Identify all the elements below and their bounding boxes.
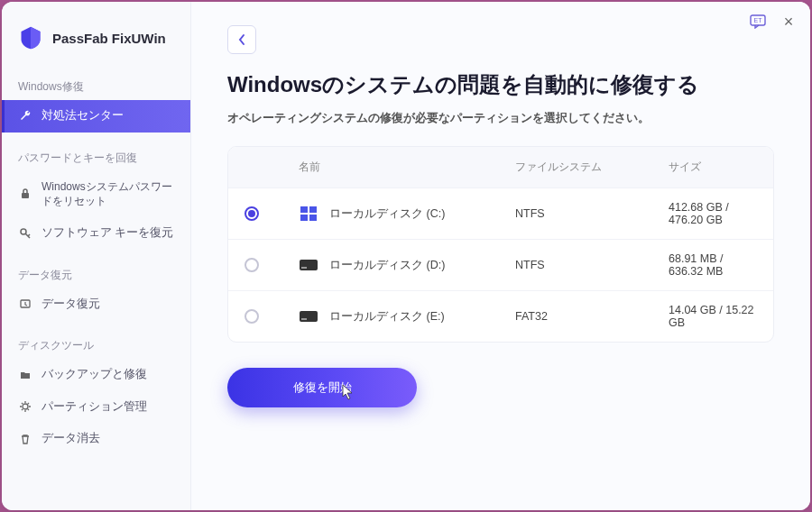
- col-fs: ファイルシステム: [515, 160, 669, 175]
- wrench-icon: [18, 109, 32, 123]
- nav-heading: Windows修復: [2, 70, 190, 100]
- radio-select[interactable]: [245, 206, 259, 221]
- table-row[interactable]: ローカルディスク (C:) NTFS 412.68 GB / 476.20 GB: [228, 187, 773, 239]
- start-repair-button[interactable]: 修復を開始: [227, 368, 417, 407]
- folder-icon: [18, 368, 32, 382]
- table-row[interactable]: ローカルディスク (D:) NTFS 68.91 MB / 636.32 MB: [228, 239, 773, 290]
- nav-section-password: パスワードとキーを回復 Windowsシステムパスワードをリセット ソフトウェア…: [2, 142, 190, 250]
- sidebar-item-backup[interactable]: バックアップと修復: [2, 359, 190, 391]
- drive-icon: [299, 308, 318, 325]
- back-button[interactable]: [227, 25, 256, 54]
- svg-point-5: [23, 404, 28, 409]
- page-subtitle: オペレーティングシステムの修復が必要なパーティションを選択してください。: [227, 110, 774, 126]
- nav-section-recovery: データ復元 データ復元: [2, 259, 190, 321]
- sidebar-item-solution-center[interactable]: 対処法センター: [2, 100, 190, 133]
- disk-size: 14.04 GB / 15.22 GB: [669, 304, 757, 329]
- cursor-icon: [341, 384, 354, 400]
- sidebar-item-reset-password[interactable]: Windowsシステムパスワードをリセット: [2, 171, 190, 218]
- drive-icon: [299, 257, 318, 273]
- sidebar-item-label: データ消去: [42, 431, 100, 447]
- radio-select[interactable]: [245, 258, 259, 272]
- sidebar-item-label: 対処法センター: [42, 108, 124, 124]
- nav-section-disk-tools: ディスクツール バックアップと修復 パーティション管理 データ消去: [2, 329, 190, 455]
- disk-fs: FAT32: [515, 310, 669, 323]
- close-button[interactable]: ×: [780, 13, 798, 31]
- lock-icon: [18, 187, 32, 201]
- sidebar-item-label: データ復元: [42, 297, 100, 313]
- sidebar-item-label: パーティション管理: [42, 399, 147, 416]
- titlebar-controls: ET ×: [749, 13, 798, 31]
- svg-rect-10: [300, 260, 318, 270]
- app-window: ET × PassFab FixUWin Windows修復 対処法センター パ…: [2, 2, 810, 510]
- svg-rect-2: [22, 193, 29, 198]
- col-name: 名前: [299, 160, 515, 175]
- logo-icon: [18, 25, 43, 50]
- page-title: Windowsのシステムの問題を自動的に修復する: [227, 70, 774, 99]
- nav-heading: パスワードとキーを回復: [2, 142, 190, 171]
- col-size: サイズ: [669, 160, 757, 175]
- sidebar-item-label: ソフトウェア キーを復元: [42, 225, 173, 242]
- chevron-left-icon: [237, 33, 246, 46]
- feedback-icon[interactable]: ET: [749, 13, 767, 31]
- svg-rect-6: [300, 206, 308, 213]
- nav-heading: データ復元: [2, 259, 190, 288]
- nav-section-repair: Windows修復 対処法センター: [2, 70, 190, 133]
- disk-fs: NTFS: [515, 259, 669, 271]
- trash-icon: [18, 432, 32, 446]
- disk-fs: NTFS: [515, 207, 669, 220]
- disk-size: 68.91 MB / 636.32 MB: [669, 252, 757, 278]
- disk-name: ローカルディスク (D:): [329, 258, 445, 273]
- app-logo: PassFab FixUWin: [2, 20, 190, 70]
- disk-name: ローカルディスク (E:): [329, 309, 445, 325]
- sidebar-item-label: バックアップと修復: [42, 367, 147, 383]
- disk-size: 412.68 GB / 476.20 GB: [669, 201, 757, 226]
- svg-rect-7: [309, 206, 317, 213]
- main-content: Windowsのシステムの問題を自動的に修復する オペレーティングシステムの修復…: [191, 2, 810, 510]
- sidebar-item-label: Windowsシステムパスワードをリセット: [42, 179, 174, 210]
- svg-text:ET: ET: [754, 17, 763, 23]
- partition-table: 名前 ファイルシステム サイズ ローカルディスク (C:) NTFS 412.6…: [227, 146, 774, 343]
- nav-heading: ディスクツール: [2, 329, 190, 359]
- sidebar-item-partition[interactable]: パーティション管理: [2, 391, 190, 424]
- disk-name: ローカルディスク (C:): [329, 206, 445, 222]
- key-icon: [18, 226, 32, 241]
- table-header: 名前 ファイルシステム サイズ: [228, 147, 773, 187]
- sidebar-item-recover-key[interactable]: ソフトウェア キーを復元: [2, 217, 190, 250]
- svg-rect-9: [309, 215, 317, 221]
- windows-icon: [299, 206, 318, 222]
- sidebar-item-wipe[interactable]: データ消去: [2, 423, 190, 455]
- gear-icon: [18, 399, 32, 414]
- svg-rect-11: [301, 267, 307, 269]
- table-row[interactable]: ローカルディスク (E:) FAT32 14.04 GB / 15.22 GB: [228, 290, 773, 342]
- svg-rect-13: [301, 318, 307, 320]
- restore-icon: [18, 297, 32, 311]
- radio-select[interactable]: [245, 309, 259, 324]
- sidebar-item-data-recovery[interactable]: データ復元: [2, 288, 190, 321]
- app-name: PassFab FixUWin: [52, 31, 166, 46]
- svg-rect-8: [300, 215, 308, 221]
- svg-rect-12: [300, 311, 318, 322]
- sidebar: PassFab FixUWin Windows修復 対処法センター パスワードと…: [2, 2, 191, 510]
